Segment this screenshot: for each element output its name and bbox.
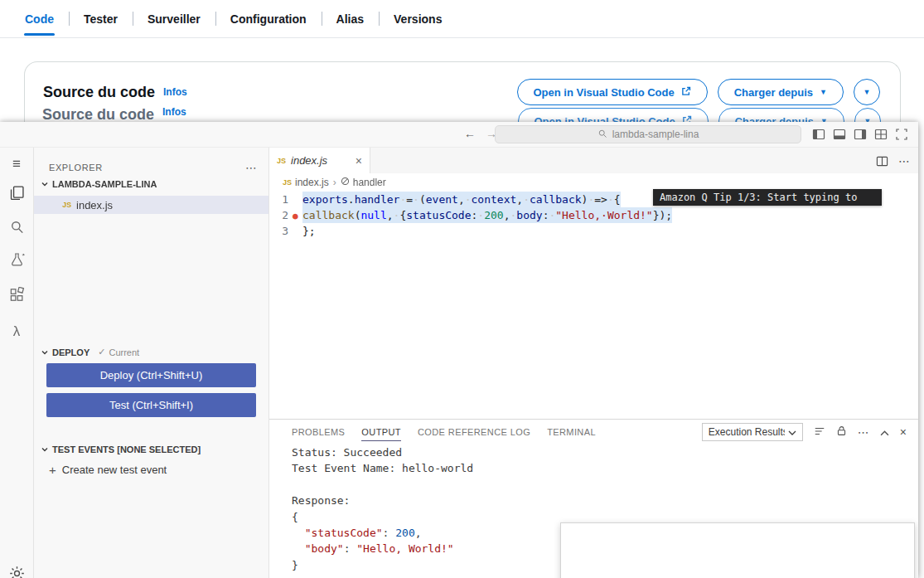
external-link-icon xyxy=(681,86,691,99)
code-editor[interactable]: 1exports.handler·=·(event,·context,·call… xyxy=(269,192,918,419)
editor-tab-actions: ⋯ xyxy=(876,154,910,168)
editor-tab-bar: JS index.js × ⋯ xyxy=(269,148,918,173)
card-header: Source du code Infos Open in Visual Stud… xyxy=(25,62,900,105)
editor-tab-title: index.js xyxy=(291,154,327,167)
editor-main: JS index.js × ⋯ JS index.js › handler xyxy=(269,148,918,578)
sidebar-header: EXPLORER ⋯ xyxy=(49,161,257,174)
more-actions-icon[interactable]: ⋯ xyxy=(858,425,869,439)
info-link[interactable]: Infos xyxy=(163,86,187,98)
manage-gear-icon[interactable] xyxy=(0,565,33,578)
output-line xyxy=(292,477,913,493)
console-tab-bar: Code Tester Surveiller Configuration Ali… xyxy=(0,0,924,38)
output-filter-icon[interactable] xyxy=(814,425,825,440)
breadcrumb-file[interactable]: JS index.js xyxy=(283,177,329,188)
output-line: Test Event Name: hello-world xyxy=(292,460,913,476)
load-from-label: Charger depuis xyxy=(734,86,813,99)
fullscreen-icon[interactable] xyxy=(895,128,908,141)
panel-controls: Execution Results ⋯ × xyxy=(702,423,907,441)
breadcrumb-symbol-label: handler xyxy=(353,177,386,188)
toggle-sidebar-left-icon[interactable] xyxy=(812,128,825,141)
execution-results-value: Execution Results xyxy=(709,426,785,438)
check-icon: ✓ xyxy=(98,347,105,357)
deploy-section-header[interactable]: DEPLOY ✓ Current xyxy=(41,347,262,357)
history-nav: ← → xyxy=(464,127,497,140)
caret-down-icon: ▼ xyxy=(864,89,871,96)
project-name: LAMBDA-SAMPLE-LINA xyxy=(52,179,157,189)
editor-tab-indexjs[interactable]: JS index.js × xyxy=(269,148,370,173)
editor-title-bar: ← → lambda-sample-lina xyxy=(0,122,918,148)
command-center-search[interactable]: lambda-sample-lina xyxy=(495,125,801,143)
popup-overlay xyxy=(560,522,915,578)
execution-results-dropdown[interactable]: Execution Results xyxy=(702,423,803,441)
close-icon[interactable]: × xyxy=(356,154,362,168)
create-test-event-label: Create new test event xyxy=(62,464,167,476)
file-item-indexjs[interactable]: JS index.js xyxy=(34,196,268,214)
tab-surveiller[interactable]: Surveiller xyxy=(133,0,215,37)
card-actions: Open in Visual Studio Code Charger depui… xyxy=(517,79,881,105)
expand-card-button[interactable]: ▼ xyxy=(854,79,880,105)
toggle-panel-icon[interactable] xyxy=(833,128,846,141)
amazon-q-tip-toast: Amazon Q Tip 1/3: Start typing to xyxy=(653,189,882,206)
test-flask-icon[interactable] xyxy=(0,252,33,268)
code-line: 2●callback(null,·{statusCode:·200,·body:… xyxy=(269,207,918,223)
open-in-vscode-label: Open in Visual Studio Code xyxy=(534,86,675,99)
menu-icon[interactable]: ≡ xyxy=(0,156,33,172)
layout-controls xyxy=(812,128,908,141)
back-arrow-icon[interactable]: ← xyxy=(464,127,476,140)
tab-tester[interactable]: Tester xyxy=(69,0,133,37)
lock-icon[interactable] xyxy=(836,425,847,439)
output-line: Response: xyxy=(292,493,913,508)
split-editor-icon[interactable] xyxy=(876,155,888,168)
panel-tab-output[interactable]: OUTPUT xyxy=(361,420,401,444)
chevron-down-icon xyxy=(41,348,49,357)
code-editor-window: ← → lambda-sample-lina ≡ λ xyxy=(0,122,918,578)
toggle-sidebar-right-icon[interactable] xyxy=(854,128,867,141)
breadcrumb-file-label: index.js xyxy=(295,177,329,188)
test-events-title: TEST EVENTS [NONE SELECTED] xyxy=(52,444,201,454)
search-icon[interactable] xyxy=(0,219,33,235)
file-name: index.js xyxy=(76,199,113,211)
chevron-down-icon xyxy=(41,180,49,188)
page: Code Tester Surveiller Configuration Ali… xyxy=(0,0,924,578)
command-center-label: lambda-sample-lina xyxy=(612,129,699,140)
open-in-vscode-button[interactable]: Open in Visual Studio Code xyxy=(517,79,708,105)
deploy-button[interactable]: Deploy (Ctrl+Shift+U) xyxy=(46,363,256,387)
customize-layout-icon[interactable] xyxy=(874,128,888,141)
panel-tab-bar: PROBLEMS OUTPUT CODE REFERENCE LOG TERMI… xyxy=(292,420,596,444)
panel-tab-terminal[interactable]: TERMINAL xyxy=(547,420,596,444)
more-actions-icon[interactable]: ⋯ xyxy=(898,154,910,168)
js-file-icon: JS xyxy=(62,201,71,209)
deploy-section-title: DEPLOY xyxy=(52,347,89,357)
panel-tab-problems[interactable]: PROBLEMS xyxy=(292,420,345,444)
js-file-icon: JS xyxy=(277,157,286,165)
aws-lambda-icon[interactable]: λ xyxy=(0,323,33,340)
tab-code[interactable]: Code xyxy=(10,0,69,37)
plus-icon: + xyxy=(49,463,56,477)
js-file-icon: JS xyxy=(283,178,292,187)
tab-alias[interactable]: Alias xyxy=(322,0,379,37)
load-from-button[interactable]: Charger depuis ▼ xyxy=(718,79,844,105)
breadcrumb-symbol[interactable]: handler xyxy=(341,177,386,188)
bottom-panel: PROBLEMS OUTPUT CODE REFERENCE LOG TERMI… xyxy=(269,419,918,578)
more-actions-icon[interactable]: ⋯ xyxy=(245,161,257,174)
activity-bar: ≡ λ xyxy=(0,148,34,578)
create-test-event-button[interactable]: + Create new test event xyxy=(49,463,167,477)
code-line: 3}; xyxy=(269,223,918,239)
panel-tab-code-reference-log[interactable]: CODE REFERENCE LOG xyxy=(418,420,530,444)
chevron-up-icon[interactable] xyxy=(880,426,889,439)
chevron-separator: › xyxy=(333,177,336,188)
test-events-section-header[interactable]: TEST EVENTS [NONE SELECTED] xyxy=(41,444,262,454)
clipped-info-link: Infos xyxy=(162,106,186,118)
output-line: Status: Succeeded xyxy=(292,444,913,460)
tab-configuration[interactable]: Configuration xyxy=(215,0,322,37)
tab-versions[interactable]: Versions xyxy=(379,0,457,37)
chevron-down-icon xyxy=(788,426,796,438)
search-icon xyxy=(597,129,607,141)
project-section-header[interactable]: LAMBDA-SAMPLE-LINA xyxy=(41,179,262,189)
sidebar-title: EXPLORER xyxy=(49,163,103,172)
test-button[interactable]: Test (Ctrl+Shift+I) xyxy=(46,393,256,417)
close-icon[interactable]: × xyxy=(900,425,907,439)
extensions-icon[interactable] xyxy=(0,287,33,303)
explorer-icon[interactable] xyxy=(0,184,33,202)
deploy-status-label: Current xyxy=(109,347,139,357)
